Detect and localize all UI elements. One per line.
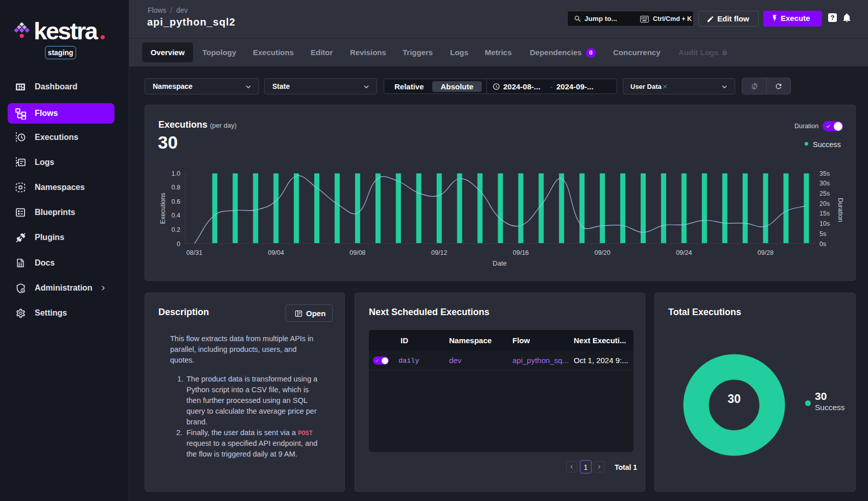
svg-text:0.6: 0.6 [172, 198, 180, 205]
svg-text:09/28: 09/28 [758, 249, 773, 256]
svg-text:09/20: 09/20 [594, 249, 610, 256]
svg-text:0s: 0s [819, 241, 826, 248]
svg-text:09/04: 09/04 [268, 249, 284, 256]
svg-text:Executions: Executions [159, 193, 167, 224]
svg-text:Date: Date [492, 259, 506, 267]
svg-text:0.8: 0.8 [172, 184, 180, 191]
svg-text:5s: 5s [819, 230, 826, 237]
svg-text:0: 0 [177, 241, 180, 248]
svg-text:0.2: 0.2 [172, 226, 180, 233]
svg-text:0.4: 0.4 [172, 212, 180, 219]
svg-text:25s: 25s [819, 190, 830, 197]
svg-text:10s: 10s [819, 220, 830, 227]
svg-text:30s: 30s [819, 180, 830, 187]
svg-text:09/16: 09/16 [513, 249, 529, 256]
svg-text:1.0: 1.0 [172, 170, 180, 177]
svg-text:35s: 35s [819, 170, 830, 177]
svg-text:15s: 15s [819, 210, 830, 217]
svg-text:Duration: Duration [837, 198, 844, 222]
svg-text:09/12: 09/12 [431, 249, 447, 256]
svg-text:08/31: 08/31 [186, 249, 202, 256]
svg-text:09/24: 09/24 [676, 249, 692, 256]
svg-text:09/08: 09/08 [349, 249, 365, 256]
svg-text:20s: 20s [819, 200, 830, 207]
